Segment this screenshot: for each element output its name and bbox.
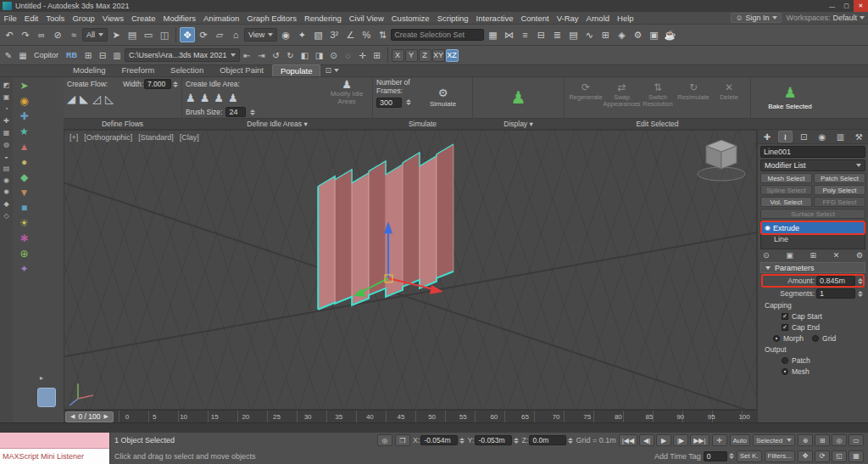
menu-item[interactable]: Create — [127, 14, 159, 23]
viewport-renderer-label[interactable]: [Standard] — [138, 133, 174, 142]
menu-item[interactable]: Scripting — [433, 14, 472, 23]
flow-stairs-icon[interactable]: ◿ — [92, 92, 101, 105]
side-tool-12-icon[interactable]: ◇ — [3, 212, 8, 220]
ffd-select-button[interactable]: FFD Select — [814, 197, 865, 207]
selection-filter-dropdown[interactable]: All — [82, 28, 108, 42]
make-unique-icon[interactable]: ⊞ — [810, 251, 816, 260]
display-tab-icon[interactable]: ▥ — [833, 131, 848, 143]
macro-recorder-field[interactable] — [0, 433, 109, 449]
flow-slope-icon[interactable]: ◣ — [80, 92, 88, 105]
spinner-arrows[interactable] — [729, 453, 734, 459]
tool-half-left-icon[interactable]: ◧ — [298, 48, 312, 62]
edit-named-sets-icon[interactable]: ▦ — [485, 27, 500, 42]
quick-dot-icon[interactable]: ● — [21, 156, 27, 168]
set-keys-button[interactable]: ✛ — [712, 434, 727, 446]
extruded-spline-object[interactable] — [318, 144, 453, 310]
side-tool-10-icon[interactable]: ✱ — [3, 188, 9, 196]
quick-diamond-icon[interactable]: ◆ — [20, 171, 28, 183]
parameters-rollout-header[interactable]: Parameters — [760, 262, 865, 273]
maxscript-listener-field[interactable]: MAXScript Mini Listener — [0, 449, 109, 464]
configure-modifier-sets-icon[interactable]: ⚙ — [856, 251, 863, 260]
mesh-radio[interactable] — [782, 368, 788, 375]
tab-object-paint[interactable]: Object Paint — [212, 64, 271, 76]
zoom-extents-icon[interactable]: ◎ — [832, 434, 847, 446]
tab-selection[interactable]: Selection — [163, 64, 211, 76]
menu-item[interactable]: File — [0, 14, 20, 23]
go-to-start-button[interactable]: |◀◀ — [619, 434, 637, 446]
quick-sun-icon[interactable]: ☀ — [19, 217, 29, 229]
prev-frame-button[interactable]: ◀| — [639, 434, 654, 446]
side-tool-6-icon[interactable]: ◍ — [3, 141, 9, 148]
y-value[interactable]: -0.053m — [475, 435, 512, 445]
menu-item[interactable]: Views — [98, 14, 127, 23]
side-tool-11-icon[interactable]: ◆ — [3, 200, 8, 208]
use-pivot-point-icon[interactable]: ◉ — [278, 27, 293, 42]
frame-value[interactable]: 0 — [704, 451, 727, 461]
scene-explorer-icon[interactable]: ⊟ — [533, 27, 548, 42]
spinner-arrows[interactable] — [173, 81, 178, 87]
selected-keyset-dropdown[interactable]: Selected — [753, 434, 795, 446]
idle-area-add-icon[interactable]: ♟ — [186, 92, 196, 104]
menu-item[interactable]: Rendering — [300, 14, 345, 23]
rendered-frame-icon[interactable]: ▣ — [646, 27, 661, 42]
morph-radio[interactable] — [773, 335, 780, 342]
viewport-shading-label[interactable]: [Clay] — [180, 133, 199, 142]
side-tool-8-icon[interactable]: ▤ — [3, 165, 10, 172]
tool-pencil-icon[interactable]: ✎ — [2, 48, 15, 62]
width-value[interactable]: 7.000 — [144, 79, 171, 89]
menu-item[interactable]: Tools — [42, 14, 69, 23]
tool-circle-icon[interactable]: ◌ — [342, 48, 355, 62]
next-frame-arrow-icon[interactable]: ▶ — [103, 413, 108, 420]
remove-modifier-icon[interactable]: ✕ — [833, 251, 840, 260]
render-icon[interactable]: ☕ — [662, 27, 677, 42]
show-end-result-icon[interactable]: ▣ — [786, 251, 793, 260]
flow-width-spinner[interactable]: Width: 7.000 — [123, 79, 178, 89]
spinner-arrows[interactable] — [858, 291, 863, 297]
project-path-dropdown[interactable]: C:\Users\Ara...3ds Max 2021 — [125, 48, 240, 62]
spinner-arrows[interactable] — [459, 438, 465, 444]
play-button[interactable]: ▶ — [656, 434, 671, 446]
idle-area-sub-icon[interactable]: ♟ — [200, 92, 210, 104]
viewport-menu-plus[interactable]: [+] — [70, 133, 78, 142]
surface-select-button[interactable]: Surface Select — [760, 209, 865, 219]
modifier-toggle-icon[interactable]: ◉ — [765, 224, 771, 232]
viewport-layout-tabs[interactable] — [37, 388, 56, 407]
zoom-region-icon[interactable]: ▭ — [849, 434, 864, 446]
material-editor-icon[interactable]: ◈ — [614, 27, 629, 42]
spinner-arrows[interactable] — [514, 438, 519, 444]
spinner-arrows[interactable] — [858, 278, 863, 284]
vol-select-button[interactable]: Vol. Select — [760, 197, 812, 207]
spinner-arrows[interactable] — [568, 438, 573, 444]
quick-plus-icon[interactable]: ⊕ — [19, 248, 28, 260]
align-icon[interactable]: ≡ — [517, 27, 532, 42]
modify-tab-icon[interactable]: ≀ — [778, 131, 793, 143]
viewport[interactable]: [+] [Orthographic] [Standard] [Clay] — [64, 130, 757, 410]
select-and-move-icon[interactable]: ✥ — [180, 27, 195, 42]
regenerate-button[interactable]: ⟳ Regenerate — [568, 79, 604, 116]
tool-end-icon[interactable]: ⇥ — [255, 48, 269, 62]
window-crossing-icon[interactable]: ◫ — [157, 27, 172, 42]
select-and-rotate-icon[interactable]: ⟳ — [196, 27, 211, 42]
simulate-button[interactable]: ⚙ Simulate — [430, 79, 456, 116]
idle-area-paint-icon[interactable]: ♟ — [214, 92, 224, 104]
switch-resolution-button[interactable]: ⇅ Switch Resolution — [640, 79, 676, 116]
brush-size-value[interactable]: 24 — [225, 107, 246, 117]
maxscript-mini-listener[interactable]: MAXScript Mini Listener — [0, 433, 110, 464]
bind-to-space-warp-icon[interactable]: ≈ — [66, 27, 81, 42]
simulate-footer[interactable]: Simulate — [373, 118, 472, 129]
restrict-y-button[interactable]: Y — [405, 49, 418, 62]
idle-area-erase-icon[interactable]: ♟ — [228, 92, 238, 104]
amount-value[interactable]: 0.845m — [816, 276, 855, 286]
viewport-grid-icon[interactable]: ▦ — [849, 450, 864, 462]
define-idle-areas-footer[interactable]: Define Idle Areas ▾ — [182, 118, 372, 129]
menu-item[interactable]: Group — [69, 14, 98, 23]
orbit-icon[interactable]: ⟳ — [815, 450, 830, 462]
display-people-icon[interactable]: ♟ — [511, 87, 526, 108]
flow-arc-icon[interactable]: ◺ — [105, 92, 114, 105]
rb-button[interactable]: RB — [63, 48, 81, 62]
define-flows-footer[interactable]: Define Flows — [64, 118, 181, 129]
tool-rotr-icon[interactable]: ↻ — [284, 48, 298, 62]
z-value[interactable]: 0.0m — [529, 435, 566, 445]
side-tool-2-icon[interactable]: ▣ — [3, 93, 10, 101]
tool-dot-icon[interactable]: ⊙ — [327, 48, 341, 62]
